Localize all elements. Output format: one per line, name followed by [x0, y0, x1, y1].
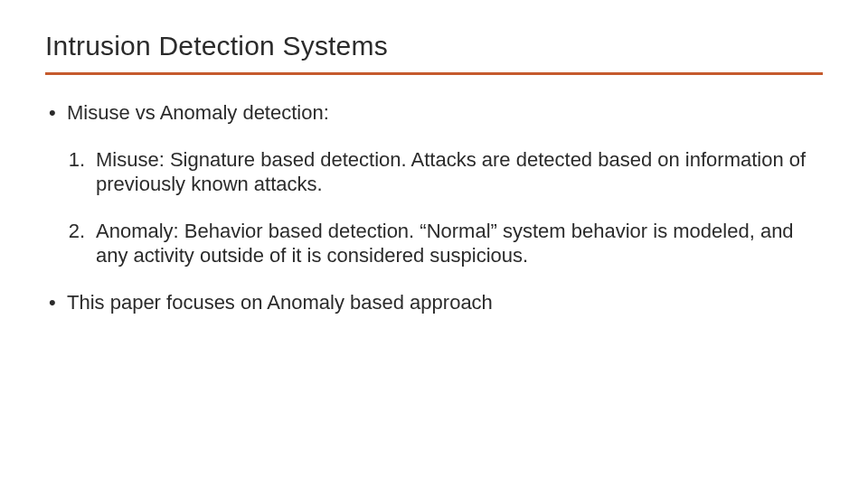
bullet-text: This paper focuses on Anomaly based appr… [67, 291, 493, 314]
title-underline [45, 72, 823, 75]
slide: Intrusion Detection Systems Misuse vs An… [0, 0, 868, 488]
slide-title: Intrusion Detection Systems [45, 31, 823, 70]
item-text: Anomaly: Behavior based detection. “Norm… [96, 220, 794, 267]
bullet-item: This paper focuses on Anomaly based appr… [45, 290, 823, 315]
item-number: 1. [52, 147, 85, 173]
numbered-item: 2. Anomaly: Behavior based detection. “N… [45, 219, 823, 268]
bullet-text: Misuse vs Anomaly detection: [67, 101, 329, 124]
item-text: Misuse: Signature based detection. Attac… [96, 148, 806, 196]
slide-content: Misuse vs Anomaly detection: 1. Misuse: … [45, 100, 823, 314]
item-number: 2. [52, 219, 85, 244]
bullet-item: Misuse vs Anomaly detection: [45, 100, 823, 126]
numbered-item: 1. Misuse: Signature based detection. At… [45, 147, 823, 197]
